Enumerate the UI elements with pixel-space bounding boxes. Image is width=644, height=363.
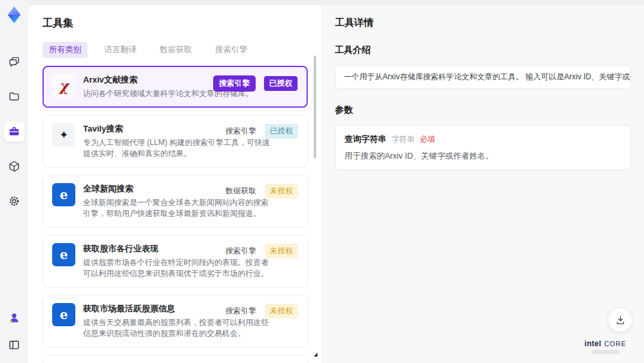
brand-core: CORE <box>604 340 626 348</box>
tool-status-badge: 未授权 <box>265 184 298 199</box>
panel-toggle-icon[interactable] <box>4 335 24 355</box>
tool-category-badge: 搜索引擎 <box>213 75 256 92</box>
category-tab[interactable]: 数据获取 <box>153 42 198 58</box>
tool-status-badge: 已授权 <box>265 124 298 139</box>
param-required-flag: 必填 <box>420 134 435 145</box>
tool-description: 提供股票市场各个行业在特定时间段内的表现。投资者可以利用这些信息来识别表现优于或… <box>83 257 271 279</box>
chat-icon[interactable] <box>4 52 24 72</box>
category-tabs: 所有类别 语言翻译 数据获取 搜索引擎 <box>43 42 308 58</box>
param-type: 字符串 <box>392 134 415 145</box>
tool-card[interactable]: Arxiv文献搜索 访问各个研究领域大量科学论文和文章的存储库。 搜索引擎 已授… <box>43 66 308 108</box>
content-shell: 工具集 所有类别 语言翻译 数据获取 搜索引擎 Arxiv文献搜索 访问各个研究… <box>28 5 644 363</box>
download-button[interactable] <box>608 308 632 332</box>
brand-intel: intel <box>585 339 601 348</box>
left-rail <box>0 0 28 363</box>
briefcase-icon-active-tools[interactable] <box>4 121 24 142</box>
param-card: 查询字符串 字符串 必填 用于搜索的Arxiv ID、关键字或作者姓名。 <box>335 125 631 170</box>
intro-text-box: 一个用于从Arxiv存储库搜索科学论文和文章的工具。 输入可以是Arxiv ID… <box>335 65 631 89</box>
category-tab[interactable]: 语言翻译 <box>98 42 143 58</box>
folder-icon[interactable] <box>4 86 24 107</box>
tool-badges: 搜索引擎 未授权 <box>225 244 298 259</box>
tool-category-badge: 搜索引擎 <box>225 126 256 137</box>
page-title: 工具集 <box>43 17 308 30</box>
tool-status-badge: 未授权 <box>265 304 298 319</box>
gear-icon[interactable] <box>4 191 24 211</box>
intro-heading: 工具介绍 <box>335 44 631 56</box>
tool-description: 全球新闻搜索是一个聚合全球各大新闻网站内容的搜索引擎，帮助用户快速获取全球最新资… <box>83 197 271 219</box>
param-head: 查询字符串 字符串 必填 <box>345 133 621 145</box>
tool-badges: 数据获取 未授权 <box>225 184 298 199</box>
tool-card[interactable]: 全球新闻搜索 全球新闻搜索是一个聚合全球各大新闻网站内容的搜索引擎，帮助用户快速… <box>43 175 308 228</box>
tool-card[interactable]: 获取股市各行业表现 提供股票市场各个行业在特定时间段内的表现。投资者可以利用这些… <box>43 235 308 288</box>
tool-card[interactable]: Tavily搜索 专为人工智能代理 (LLM) 构建的搜索引擎工具，可快速提供实… <box>43 115 308 168</box>
tool-collection-panel: 工具集 所有类别 语言翻译 数据获取 搜索引擎 Arxiv文献搜索 访问各个研究… <box>28 5 323 363</box>
params-heading: 参数 <box>335 104 631 116</box>
tool-icon <box>52 243 75 266</box>
brand-subtext-blur <box>591 350 620 354</box>
tool-list: Arxiv文献搜索 访问各个研究领域大量科学论文和文章的存储库。 搜索引擎 已授… <box>43 66 308 363</box>
user-icon[interactable] <box>4 308 24 328</box>
rail-nav <box>4 52 24 211</box>
tool-icon <box>52 303 75 326</box>
cube-icon[interactable] <box>4 156 24 177</box>
tool-badges: 搜索引擎 未授权 <box>225 304 298 319</box>
tool-details-panel: 工具详情 工具介绍 一个用于从Arxiv存储库搜索科学论文和文章的工具。 输入可… <box>323 5 644 363</box>
tool-category-badge: 数据获取 <box>225 186 256 197</box>
category-tab[interactable]: 所有类别 <box>43 42 88 58</box>
scroll-corner-grip <box>314 353 317 357</box>
tool-card[interactable]: 获取市场最活跃股票信息 提供当天交易量最高的股票列表，投资者可以利用这些信息来识… <box>43 295 308 348</box>
tool-icon <box>52 123 75 146</box>
tool-status-badge: 未授权 <box>265 244 298 259</box>
category-tab[interactable]: 搜索引擎 <box>209 42 254 58</box>
param-description: 用于搜索的Arxiv ID、关键字或作者姓名。 <box>345 151 621 162</box>
tool-status-badge: 已授权 <box>264 76 298 91</box>
list-scrollbar-thumb[interactable] <box>314 55 316 159</box>
tool-badges: 搜索引擎 已授权 <box>213 75 298 92</box>
rail-bottom <box>4 308 24 355</box>
tool-description: 提供当天交易量最高的股票列表，投资者可以利用这些信息来识别流动性强的股票和潜在的… <box>83 317 271 339</box>
tool-category-badge: 搜索引擎 <box>225 306 256 317</box>
tool-badges: 搜索引擎 已授权 <box>225 124 298 139</box>
param-name: 查询字符串 <box>345 133 386 145</box>
tool-icon <box>52 183 75 206</box>
details-title: 工具详情 <box>335 17 631 29</box>
tool-description: 专为人工智能代理 (LLM) 构建的搜索引擎工具，可快速提供实时、准确和真实的结… <box>83 137 271 159</box>
intel-core-logo: intel CORE <box>574 338 636 354</box>
download-icon <box>615 315 626 326</box>
tool-card[interactable]: 万维地区新闻查询 查询具体行政区划内的新闻，快速了解各地新闻动 搜索引擎 未授权 <box>43 355 308 363</box>
tool-category-badge: 搜索引擎 <box>225 246 256 257</box>
app-logo-icon[interactable] <box>5 5 24 25</box>
tool-icon <box>52 74 75 97</box>
